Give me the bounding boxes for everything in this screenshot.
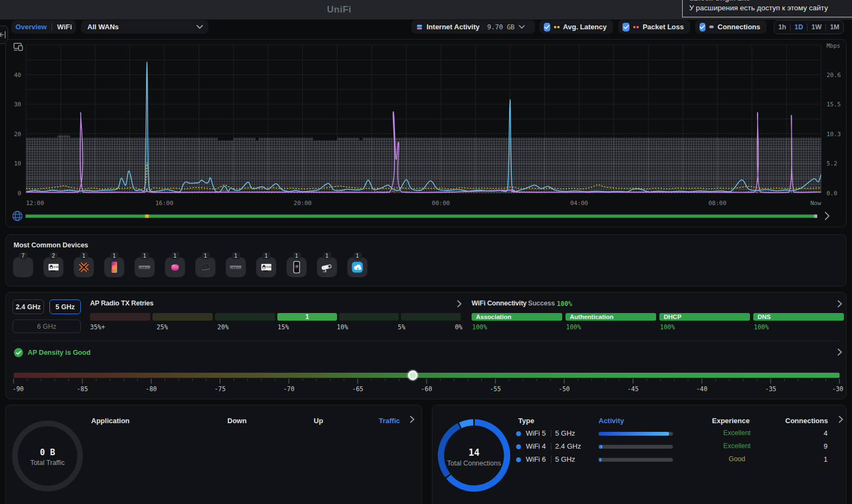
column-down[interactable]: Down — [227, 417, 246, 425]
tx-retries-chevron-icon[interactable] — [457, 300, 462, 308]
device-count-badge: 7 — [19, 252, 27, 259]
device-count-badge: 1 — [80, 252, 88, 259]
donut-segment — [460, 423, 473, 425]
device-count-badge: 1 — [141, 252, 149, 259]
device-count-badge: 1 — [232, 252, 240, 259]
packet-loss-checkbox[interactable] — [622, 23, 630, 31]
svg-text:10.3: 10.3 — [826, 131, 841, 138]
toggle-avg-latency[interactable]: Avg. Latency — [539, 20, 613, 34]
device-tile-pink-speaker[interactable]: 1 — [165, 257, 185, 277]
tab-wifi[interactable]: WiFi — [57, 23, 72, 31]
device-count-badge: 1 — [262, 252, 270, 259]
row-activity-bar — [599, 445, 673, 449]
wan-select[interactable]: All WANs — [81, 20, 208, 34]
device-count-badge: 1 — [110, 252, 118, 259]
tab-overview[interactable]: Overview — [15, 23, 47, 31]
row-dot-icon — [516, 431, 521, 436]
radio-health-card: 2.4 GHz 5 GHz 6 GHz AP Radio TX Retries … — [5, 292, 847, 399]
device-tile-security-camera[interactable]: 1 — [317, 257, 337, 277]
density-tick-label: -70 — [283, 385, 295, 393]
traffic-card-chevron-icon[interactable] — [410, 416, 415, 423]
proxmox-icon — [74, 257, 94, 277]
pink-speaker-icon — [165, 257, 185, 277]
tx-retries-scale-label: 0% — [430, 323, 462, 331]
connectivity-bar-authentication: Authentication — [565, 313, 656, 321]
toggle-connections[interactable]: Connections — [695, 20, 767, 34]
svg-text:00:00: 00:00 — [432, 200, 450, 207]
total-traffic-donut-text: 0 B Total Traffic — [12, 448, 83, 467]
tx-retries-scale-label: 10% — [326, 323, 359, 331]
ap-density-scale[interactable]: -90-85-80-75-70-65-60-55-50-45-40-35-30 — [6, 368, 846, 399]
device-tile-blue-cloud-app[interactable]: 1 — [347, 257, 367, 277]
time-range-1h[interactable]: 1h — [778, 23, 787, 31]
device-tile-wifi-extender[interactable]: 1 — [135, 257, 155, 277]
device-count-badge: 1 — [353, 252, 361, 259]
column-traffic[interactable]: Traffic — [379, 417, 400, 425]
tx-retries-scale-label: 20% — [207, 323, 239, 331]
tx-retries-segment-5 — [401, 313, 461, 321]
connections-card: 14 Total Connections Type Activity Exper… — [432, 405, 847, 504]
row-type: WiFi 4 — [526, 442, 546, 450]
row-connections: 9 — [779, 442, 828, 450]
svg-text:Now: Now — [810, 200, 821, 207]
column-up[interactable]: Up — [314, 417, 323, 425]
device-count-badge: 1 — [171, 252, 179, 259]
band-button-6ghz[interactable]: 6 GHz — [12, 320, 81, 333]
band-button-2-4ghz[interactable]: 2.4 GHz — [12, 299, 44, 314]
time-range-1w[interactable]: 1W — [811, 23, 822, 31]
device-tile-linux-kvm[interactable]: 2 KVM — [43, 257, 63, 277]
column-application[interactable]: Application — [91, 417, 130, 425]
connections-card-chevron-icon[interactable] — [838, 416, 843, 423]
linux-kvm-icon: KVM — [43, 257, 63, 277]
connectivity-bar-dhcp: DHCP — [659, 313, 750, 321]
timeline-bar — [26, 215, 817, 218]
connections-checkbox[interactable] — [700, 23, 705, 31]
svg-text:30: 30 — [14, 101, 21, 108]
ap-density-chevron-icon[interactable] — [837, 348, 842, 356]
devices-card-title: Most Common Devices — [14, 241, 88, 249]
wifi-connectivity-success-pct: 100% — [557, 300, 572, 308]
connections-swatch-icon — [709, 25, 714, 28]
svg-text:15.5: 15.5 — [826, 101, 841, 108]
density-tick-label: -65 — [352, 385, 364, 393]
band-button-5ghz[interactable]: 5 GHz — [49, 299, 81, 314]
avg-latency-checkbox[interactable] — [544, 23, 550, 31]
device-tile-wifi-extender[interactable]: 1 — [226, 257, 246, 277]
svg-text:KVM: KVM — [54, 266, 59, 269]
internet-activity-control[interactable]: Internet Activity 9.70 GB — [411, 20, 535, 34]
packet-loss-label: Packet Loss — [643, 23, 684, 31]
column-experience[interactable]: Experience — [712, 417, 749, 425]
total-traffic-value: 0 B — [12, 448, 83, 457]
column-type[interactable]: Type — [518, 417, 534, 425]
device-tile-linux-kvm[interactable]: 1 KVM — [256, 257, 276, 277]
internet-activity-icon — [417, 24, 422, 30]
device-tile-smartphone-gradient[interactable]: 1 — [104, 257, 124, 277]
wifi-connectivity-title: WiFi Connectivity — [472, 299, 526, 307]
success-check-icon — [14, 348, 23, 358]
device-tile-smartphone-light[interactable]: 1 — [287, 257, 307, 277]
wifi-connectivity-chevron-icon[interactable] — [837, 300, 842, 308]
internet-activity-chart[interactable]: 0102030400.05.210.315.520.6Mbps12:0016:0… — [6, 40, 847, 227]
density-tick-label: -60 — [421, 385, 433, 393]
column-connections[interactable]: Connections — [785, 417, 828, 425]
toggle-packet-loss[interactable]: Packet Loss — [618, 20, 690, 34]
row-connections: 1 — [779, 455, 828, 463]
total-connections-value: 14 — [437, 447, 511, 458]
density-marker — [407, 369, 419, 381]
connectivity-pct: 100% — [566, 323, 581, 331]
device-count-badge: 1 — [201, 252, 209, 259]
time-range-1m[interactable]: 1M — [829, 23, 840, 31]
device-tile-unknown-device[interactable]: 7 — [13, 257, 33, 277]
device-tile-laptop-dark[interactable]: 1 — [195, 257, 215, 277]
devices-icon — [14, 43, 23, 50]
time-range-1d[interactable]: 1D — [794, 23, 804, 31]
most-common-devices-card: Most Common Devices 72 KVM 1 1 1 1 1 1 — [5, 234, 847, 286]
internet-activity-chart-card: 0102030400.05.210.315.520.6Mbps12:0016:0… — [5, 39, 847, 227]
column-activity[interactable]: Activity — [599, 417, 624, 425]
internet-activity-label: Internet Activity — [427, 23, 480, 31]
svg-text:40: 40 — [14, 72, 21, 79]
density-tick-label: -50 — [558, 385, 570, 393]
tx-retries-scale-label: 15% — [267, 323, 300, 331]
device-tile-proxmox[interactable]: 1 — [74, 257, 94, 277]
svg-text:08:00: 08:00 — [708, 200, 726, 207]
